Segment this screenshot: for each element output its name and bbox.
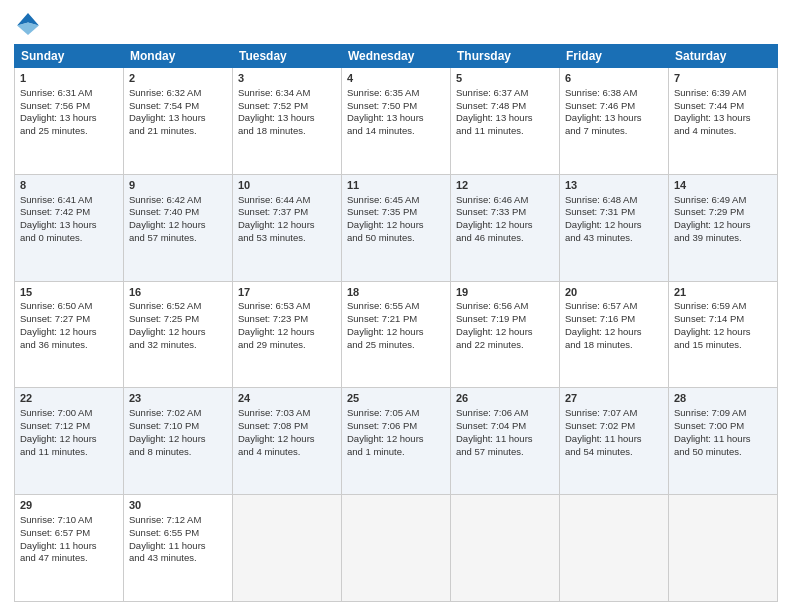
day-info: Sunrise: 6:35 AM — [347, 87, 445, 100]
day-info: Sunset: 7:04 PM — [456, 420, 554, 433]
calendar-cell: 24Sunrise: 7:03 AMSunset: 7:08 PMDayligh… — [233, 388, 342, 495]
day-info: and 53 minutes. — [238, 232, 336, 245]
logo — [14, 10, 46, 38]
day-info: Daylight: 12 hours — [129, 219, 227, 232]
calendar-cell: 30Sunrise: 7:12 AMSunset: 6:55 PMDayligh… — [124, 495, 233, 602]
day-info: Daylight: 13 hours — [456, 112, 554, 125]
day-info: and 0 minutes. — [20, 232, 118, 245]
header — [14, 10, 778, 38]
calendar-cell: 18Sunrise: 6:55 AMSunset: 7:21 PMDayligh… — [342, 281, 451, 388]
day-info: Sunrise: 6:52 AM — [129, 300, 227, 313]
day-info: Sunrise: 6:42 AM — [129, 194, 227, 207]
day-number: 22 — [20, 391, 118, 406]
day-info: Sunrise: 7:00 AM — [20, 407, 118, 420]
day-info: Sunrise: 6:37 AM — [456, 87, 554, 100]
day-info: and 4 minutes. — [674, 125, 772, 138]
day-info: Sunrise: 6:31 AM — [20, 87, 118, 100]
day-info: Sunset: 7:37 PM — [238, 206, 336, 219]
day-info: and 21 minutes. — [129, 125, 227, 138]
day-info: Sunrise: 6:53 AM — [238, 300, 336, 313]
day-number: 2 — [129, 71, 227, 86]
calendar-cell — [451, 495, 560, 602]
calendar-cell: 8Sunrise: 6:41 AMSunset: 7:42 PMDaylight… — [15, 174, 124, 281]
calendar-cell: 12Sunrise: 6:46 AMSunset: 7:33 PMDayligh… — [451, 174, 560, 281]
day-info: and 4 minutes. — [238, 446, 336, 459]
day-info: and 18 minutes. — [565, 339, 663, 352]
day-info: Sunrise: 6:39 AM — [674, 87, 772, 100]
calendar-cell: 2Sunrise: 6:32 AMSunset: 7:54 PMDaylight… — [124, 68, 233, 175]
day-info: Daylight: 13 hours — [20, 219, 118, 232]
day-info: Sunset: 7:52 PM — [238, 100, 336, 113]
day-info: Sunrise: 6:59 AM — [674, 300, 772, 313]
day-info: Sunset: 7:35 PM — [347, 206, 445, 219]
day-info: Daylight: 12 hours — [674, 219, 772, 232]
day-info: Daylight: 12 hours — [347, 433, 445, 446]
day-info: Sunset: 7:25 PM — [129, 313, 227, 326]
day-number: 14 — [674, 178, 772, 193]
calendar-cell: 26Sunrise: 7:06 AMSunset: 7:04 PMDayligh… — [451, 388, 560, 495]
calendar-cell — [560, 495, 669, 602]
day-number: 23 — [129, 391, 227, 406]
day-number: 19 — [456, 285, 554, 300]
calendar-cell: 4Sunrise: 6:35 AMSunset: 7:50 PMDaylight… — [342, 68, 451, 175]
day-info: Sunrise: 6:48 AM — [565, 194, 663, 207]
day-info: Daylight: 12 hours — [20, 326, 118, 339]
day-number: 13 — [565, 178, 663, 193]
day-info: and 25 minutes. — [347, 339, 445, 352]
day-number: 28 — [674, 391, 772, 406]
day-info: and 14 minutes. — [347, 125, 445, 138]
calendar-cell: 3Sunrise: 6:34 AMSunset: 7:52 PMDaylight… — [233, 68, 342, 175]
day-info: and 22 minutes. — [456, 339, 554, 352]
day-info: Sunset: 7:10 PM — [129, 420, 227, 433]
day-number: 29 — [20, 498, 118, 513]
calendar-cell: 9Sunrise: 6:42 AMSunset: 7:40 PMDaylight… — [124, 174, 233, 281]
day-info: Sunrise: 6:56 AM — [456, 300, 554, 313]
calendar-cell: 20Sunrise: 6:57 AMSunset: 7:16 PMDayligh… — [560, 281, 669, 388]
day-info: Sunrise: 7:02 AM — [129, 407, 227, 420]
calendar-cell — [342, 495, 451, 602]
day-info: Daylight: 12 hours — [20, 433, 118, 446]
day-info: and 1 minute. — [347, 446, 445, 459]
day-info: Sunrise: 7:03 AM — [238, 407, 336, 420]
day-info: Sunset: 7:21 PM — [347, 313, 445, 326]
day-info: Sunrise: 7:05 AM — [347, 407, 445, 420]
day-info: and 39 minutes. — [674, 232, 772, 245]
day-info: Sunset: 7:00 PM — [674, 420, 772, 433]
page: SundayMondayTuesdayWednesdayThursdayFrid… — [0, 0, 792, 612]
day-info: Daylight: 11 hours — [20, 540, 118, 553]
day-info: and 46 minutes. — [456, 232, 554, 245]
day-header-monday: Monday — [124, 45, 233, 68]
day-info: and 57 minutes. — [456, 446, 554, 459]
calendar-cell: 21Sunrise: 6:59 AMSunset: 7:14 PMDayligh… — [669, 281, 778, 388]
day-info: Sunset: 7:14 PM — [674, 313, 772, 326]
calendar-cell: 29Sunrise: 7:10 AMSunset: 6:57 PMDayligh… — [15, 495, 124, 602]
day-info: and 29 minutes. — [238, 339, 336, 352]
day-info: Sunset: 7:54 PM — [129, 100, 227, 113]
calendar-cell: 25Sunrise: 7:05 AMSunset: 7:06 PMDayligh… — [342, 388, 451, 495]
day-number: 4 — [347, 71, 445, 86]
calendar-cell: 10Sunrise: 6:44 AMSunset: 7:37 PMDayligh… — [233, 174, 342, 281]
calendar-cell — [669, 495, 778, 602]
day-header-saturday: Saturday — [669, 45, 778, 68]
day-number: 25 — [347, 391, 445, 406]
day-number: 11 — [347, 178, 445, 193]
day-info: Sunset: 7:12 PM — [20, 420, 118, 433]
day-info: Sunrise: 7:10 AM — [20, 514, 118, 527]
day-info: Sunset: 7:56 PM — [20, 100, 118, 113]
day-info: and 11 minutes. — [20, 446, 118, 459]
day-info: Sunrise: 6:34 AM — [238, 87, 336, 100]
day-number: 9 — [129, 178, 227, 193]
day-info: Sunset: 7:33 PM — [456, 206, 554, 219]
day-header-sunday: Sunday — [15, 45, 124, 68]
day-info: Daylight: 12 hours — [238, 219, 336, 232]
day-header-tuesday: Tuesday — [233, 45, 342, 68]
calendar-cell: 15Sunrise: 6:50 AMSunset: 7:27 PMDayligh… — [15, 281, 124, 388]
day-info: Sunset: 7:06 PM — [347, 420, 445, 433]
day-number: 18 — [347, 285, 445, 300]
calendar-cell: 17Sunrise: 6:53 AMSunset: 7:23 PMDayligh… — [233, 281, 342, 388]
day-info: Daylight: 12 hours — [129, 433, 227, 446]
day-info: Daylight: 12 hours — [565, 326, 663, 339]
calendar-cell: 27Sunrise: 7:07 AMSunset: 7:02 PMDayligh… — [560, 388, 669, 495]
day-info: Daylight: 12 hours — [238, 433, 336, 446]
day-info: Daylight: 11 hours — [565, 433, 663, 446]
